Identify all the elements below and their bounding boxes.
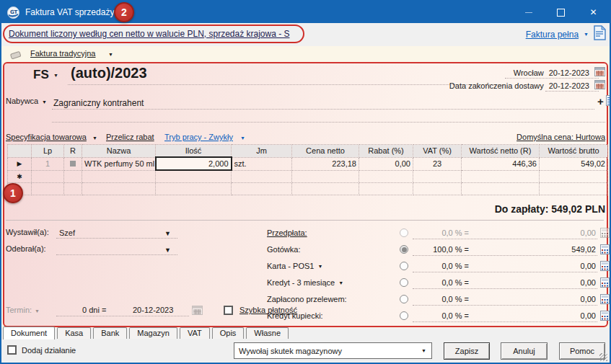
prepayment-percent-field[interactable]: 0,0 % = xyxy=(413,228,469,237)
payment-row-karta: Karta - POS1▼ 0,0 % = 0,00 xyxy=(4,259,607,275)
item-row-1[interactable]: ▶ 1 WTK perfumy 50 ml 2,000 szt. 223,18 … xyxy=(8,157,608,170)
cash-radio[interactable] xyxy=(400,245,408,254)
col-cena-netto[interactable]: Cena netto xyxy=(292,145,359,158)
chevron-down-icon[interactable]: ▼ xyxy=(42,99,47,105)
invoice-window: GT Faktura VAT sprzedaży ✕ 2 Dokument li… xyxy=(0,0,611,364)
annotation-box-document-mode: Dokument liczony według cen netto w walu… xyxy=(3,25,304,43)
document-mode-link[interactable]: Dokument liczony według cen netto w walu… xyxy=(9,29,290,39)
add-action-checkbox[interactable] xyxy=(7,345,17,355)
item-net-price[interactable]: 223,18 xyxy=(292,157,359,170)
calculator-icon[interactable] xyxy=(600,228,610,241)
buyer-extra-underline xyxy=(52,111,605,123)
transfer-radio[interactable] xyxy=(400,295,408,303)
cash-percent-field[interactable]: 100,0 % = xyxy=(413,245,469,254)
cancel-button[interactable]: Anuluj xyxy=(501,342,548,360)
chevron-down-icon[interactable]: ▼ xyxy=(338,280,343,285)
save-button[interactable]: Zapisz xyxy=(444,342,490,360)
chevron-down-icon[interactable]: ▼ xyxy=(92,136,97,141)
resize-grip[interactable] xyxy=(599,353,607,361)
help-button[interactable]: Pomoc xyxy=(559,342,605,360)
invoice-style-link[interactable]: Faktura tradycyjna xyxy=(30,49,95,58)
credit-label[interactable]: Kredyt - 3 miesiące xyxy=(267,278,335,287)
item-net-value[interactable]: 446,36 xyxy=(462,157,540,170)
col-jm[interactable]: Jm xyxy=(232,145,292,158)
prepayment-radio[interactable] xyxy=(400,228,408,237)
default-price-link[interactable]: Domyślna cena: Hurtowa xyxy=(517,133,605,141)
credit-value-field[interactable]: 0,00 xyxy=(473,278,596,287)
buyer-label[interactable]: Nabywca xyxy=(6,97,38,105)
document-icon[interactable] xyxy=(594,25,606,43)
card-value-field[interactable]: 0,00 xyxy=(473,262,596,270)
item-name[interactable]: WTK perfumy 50 ml xyxy=(82,157,156,170)
trade-credit-percent-field[interactable]: 0,0 % = xyxy=(413,311,469,320)
close-button[interactable]: ✕ xyxy=(577,1,610,23)
card-percent-field[interactable]: 0,0 % = xyxy=(413,262,469,270)
invoice-view-link[interactable]: Faktura pełna xyxy=(526,30,579,40)
credit-percent-field[interactable]: 0,0 % = xyxy=(413,278,469,287)
col-rabat[interactable]: Rabat (%) xyxy=(359,145,413,158)
quick-payment-checkbox[interactable] xyxy=(224,306,233,315)
new-item-row[interactable]: ✱ xyxy=(8,170,608,183)
quick-payment-label[interactable]: Szybka płatność xyxy=(239,306,297,314)
payment-row-przedplata: Przedpłata: 0,0 % = 0,00 xyxy=(4,226,607,241)
tab-wlasne[interactable]: Własne xyxy=(246,327,289,339)
credit-radio[interactable] xyxy=(400,278,408,287)
item-gross-value[interactable]: 549,02 xyxy=(540,157,608,170)
tab-magazyn[interactable]: Magazyn xyxy=(129,327,177,339)
calculator-icon[interactable] xyxy=(600,244,610,257)
item-qty-field[interactable]: 2,000 xyxy=(156,157,232,170)
chevron-down-icon[interactable]: ▼ xyxy=(35,308,40,314)
item-vat[interactable]: 23 xyxy=(413,157,462,170)
col-wartosc-brutto[interactable]: Wartość brutto xyxy=(540,145,608,158)
minimize-button[interactable] xyxy=(512,1,545,23)
item-r-flag[interactable] xyxy=(64,157,82,170)
invoice-form-panel: FS ▼ (auto)/2023 Wrocław 20-12-2023 Data… xyxy=(3,62,608,327)
col-vat[interactable]: VAT (%) xyxy=(413,145,462,158)
col-r[interactable]: R xyxy=(64,145,82,158)
spec-link[interactable]: Specyfikacja towarowa xyxy=(6,133,87,141)
calculator-icon[interactable] xyxy=(600,294,610,307)
tab-opis[interactable]: Opis xyxy=(212,327,245,339)
cash-value-field[interactable]: 549,02 xyxy=(473,245,596,254)
item-unit[interactable]: szt. xyxy=(232,157,292,170)
add-action-label: Dodaj działanie xyxy=(22,346,76,355)
tab-bank[interactable]: Bank xyxy=(93,327,127,339)
calendar-icon[interactable] xyxy=(192,305,203,318)
calculator-icon[interactable] xyxy=(600,311,610,324)
card-radio[interactable] xyxy=(400,262,408,270)
col-lp[interactable]: Lp xyxy=(32,145,64,158)
tab-vat[interactable]: VAT xyxy=(180,327,210,339)
col-wartosc-netto[interactable]: Wartość netto (R) xyxy=(462,145,540,158)
window-title: Faktura VAT sprzedaży xyxy=(25,7,114,17)
calculator-icon[interactable] xyxy=(600,261,610,274)
calculator-icon[interactable] xyxy=(600,278,610,290)
contractor-list-icon[interactable] xyxy=(606,95,611,109)
trade-credit-value-field[interactable]: 0,00 xyxy=(473,311,596,320)
chevron-down-icon[interactable]: ▼ xyxy=(108,52,113,57)
doc-symbol[interactable]: FS xyxy=(33,68,49,82)
chevron-down-icon[interactable]: ▼ xyxy=(317,264,322,269)
work-mode-link[interactable]: Tryb pracy - Zwykły xyxy=(164,133,233,141)
tab-dokument[interactable]: Dokument xyxy=(3,327,55,339)
delivery-date-underline xyxy=(545,81,599,92)
col-nazwa[interactable]: Nazwa xyxy=(82,145,156,158)
card-label[interactable]: Karta - POS1 xyxy=(267,262,314,270)
payment-row-gotowka: Gotówka: 100,0 % = 549,02 xyxy=(4,243,607,258)
add-contractor-icon[interactable]: + xyxy=(597,95,604,107)
prepayment-value-field[interactable]: 0,00 xyxy=(473,228,596,237)
tab-kasa[interactable]: Kasa xyxy=(57,327,91,339)
chevron-down-icon[interactable]: ▼ xyxy=(53,73,58,78)
maximize-button[interactable] xyxy=(545,1,577,23)
col-ilosc[interactable]: Ilość xyxy=(156,145,232,158)
trade-credit-radio[interactable] xyxy=(400,311,408,320)
item-discount[interactable]: 0,00 xyxy=(359,157,413,170)
chevron-down-icon[interactable]: ▼ xyxy=(240,136,245,141)
recalc-discount-link[interactable]: Przelicz rabat xyxy=(106,133,154,141)
empty-row[interactable] xyxy=(8,183,608,195)
transfer-percent-field[interactable]: 0,0 % = xyxy=(413,295,469,303)
chevron-down-icon[interactable]: ▼ xyxy=(584,32,589,37)
transfer-value-field[interactable]: 0,00 xyxy=(473,295,596,303)
warehouse-effect-value: Wywołaj skutek magazynowy xyxy=(239,347,421,355)
warehouse-effect-dropdown[interactable]: Wywołaj skutek magazynowy ▼ xyxy=(234,342,432,359)
prepayment-link[interactable]: Przedpłata: xyxy=(267,228,307,237)
